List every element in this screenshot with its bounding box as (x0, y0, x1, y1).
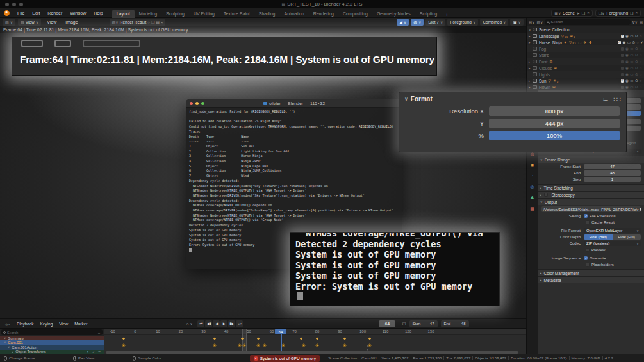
preview-checkbox[interactable] (586, 248, 590, 252)
render-disable-icon[interactable]: ⊙ (635, 79, 638, 83)
workspace-tab[interactable]: Rendering (309, 10, 338, 18)
hide-eye-icon[interactable]: ◉ (625, 53, 629, 57)
play-reverse-button[interactable]: ◀ (213, 320, 220, 327)
menu-item[interactable]: Render (44, 10, 66, 17)
channel-search-input[interactable]: Search↔ (1, 329, 103, 335)
auto-keying-button[interactable]: ○∨ (186, 322, 193, 326)
keyframe-diamond[interactable] (263, 343, 267, 347)
render-disable-icon[interactable]: ⊙ (635, 60, 638, 63)
viewport-disable-icon[interactable]: ▭ (630, 47, 633, 51)
workspace-tab[interactable]: Geometry Nodes (372, 10, 415, 18)
workspace-tab[interactable]: Shading (254, 10, 280, 18)
exclude-checkbox[interactable] (621, 86, 624, 89)
summary-keyframe[interactable] (316, 337, 318, 340)
field-value[interactable]: 100% (489, 131, 620, 140)
viewport-disable-icon[interactable]: ▭ (630, 60, 633, 63)
hide-eye-icon[interactable]: ◉ (625, 34, 629, 38)
float-full-button[interactable]: Float (Full) (613, 234, 641, 240)
frame-end-field[interactable]: 48 (584, 170, 641, 176)
summary-keyframe[interactable] (122, 337, 125, 340)
menu-item[interactable]: Edit (28, 10, 44, 17)
blender-logo-icon[interactable] (4, 10, 10, 16)
summary-keyframe[interactable] (257, 337, 260, 340)
workspace-tab[interactable]: Animation (280, 10, 309, 18)
viewport-disable-icon[interactable]: ▭ (630, 85, 633, 89)
channel-row[interactable]: ∨ Cam.001 (0, 340, 104, 345)
workspace-tab[interactable]: Layout (112, 10, 135, 18)
layer-dropdown[interactable]: Foreground∨ (447, 19, 478, 26)
keyframe-diamond[interactable] (238, 343, 242, 347)
remove-layer-icon[interactable]: × (635, 11, 638, 15)
timeline-editor-type-button[interactable]: ◷∨ (3, 322, 13, 326)
display-channels-button[interactable]: ▣∨ (510, 19, 524, 26)
field-value[interactable]: 800 px (489, 106, 620, 116)
playhead[interactable]: 64 (281, 329, 282, 354)
overlay-toggle[interactable]: ◍∨ (411, 19, 424, 26)
render-disable-icon[interactable]: ⊙ (635, 47, 638, 51)
summary-keyframe[interactable] (343, 337, 345, 340)
viewport-disable-icon[interactable]: ▭ (630, 53, 633, 57)
hide-eye-icon[interactable]: ◉ (625, 60, 629, 63)
filter-arrows-icon[interactable]: ↔ (97, 331, 101, 334)
exclude-checkbox[interactable] (621, 79, 624, 83)
play-button[interactable]: ▶ (220, 320, 227, 327)
exclude-checkbox[interactable] (621, 73, 624, 76)
scene-selector[interactable]: ▦∨Scene➤❏× (551, 10, 592, 17)
workspace-tab[interactable]: Sculpting (161, 10, 189, 18)
exclude-checkbox[interactable] (618, 41, 621, 44)
outliner-row[interactable]: ▸ Horse_Ninja ✦ ▽₈₅ ◡ ✈ ✥ ◉ ▭ ⊙ ○ ✓ (527, 39, 644, 45)
frame-step-field[interactable]: 1 (584, 177, 641, 182)
exclude-checkbox[interactable] (621, 54, 624, 57)
holdout-icon[interactable]: ○ (640, 72, 641, 76)
cache-result-checkbox[interactable] (586, 220, 590, 224)
keyframe-diamond[interactable] (343, 343, 347, 347)
current-frame-field[interactable]: 64 (379, 320, 395, 327)
time-stretching-section-header[interactable]: ▸Time Stretching (538, 184, 644, 191)
channel-toggle-icons[interactable]: ✦ ✓ ◠ (87, 350, 102, 354)
unlink-image-icon[interactable]: × (161, 21, 163, 24)
holdout-icon[interactable]: ○ (640, 79, 641, 83)
exclude-checkbox[interactable] (621, 35, 624, 38)
channel-expander-icon[interactable]: ∨ (4, 341, 6, 344)
editor-menu[interactable]: Image (62, 20, 81, 24)
viewport-disable-icon[interactable]: ▭ (630, 79, 633, 83)
slot-dropdown[interactable]: Slot 7∨ (425, 19, 445, 26)
frame-start-field[interactable]: 47 (584, 164, 641, 169)
keyframe-diamond[interactable] (213, 343, 217, 347)
field-value[interactable]: 444 px (489, 119, 620, 128)
workspace-tab[interactable]: Compositing (338, 10, 372, 18)
keyframe-diamond[interactable] (368, 343, 372, 347)
exclude-checkbox[interactable] (621, 60, 624, 63)
exclude-checkbox[interactable] (621, 47, 624, 51)
holdout-icon[interactable]: ○ (640, 47, 641, 51)
new-collection-icon[interactable]: ⊞ (640, 20, 643, 24)
holdout-icon[interactable]: ○ (637, 40, 639, 44)
holdout-icon[interactable]: ○ (640, 60, 641, 63)
terminal-window-controls[interactable] (190, 102, 204, 105)
next-keyframe-button[interactable]: ▮▶ (228, 320, 235, 327)
hide-eye-icon[interactable]: ◉ (625, 72, 629, 76)
viewport-disable-icon[interactable]: ▭ (630, 34, 633, 38)
outliner-row[interactable]: ▸ Landscape ▽₁₁ ⊞₆ ◉ ▭ ⊙ ○ (527, 33, 644, 39)
drag-dots-icon[interactable]: ∷∷ (614, 96, 621, 103)
file-extensions-checkbox[interactable] (584, 214, 588, 218)
hide-eye-icon[interactable]: ◉ (625, 79, 629, 83)
workspace-tab[interactable]: UV Editing (189, 10, 219, 18)
outliner-row[interactable]: Lights ◉ ▭ ⊙ ○ (527, 71, 644, 78)
new-image-icon[interactable]: ❏ (151, 20, 154, 24)
viewport-disable-icon[interactable]: ▭ (630, 66, 633, 70)
editor-type-button[interactable]: ▧∨ (3, 19, 15, 26)
timeline-scrollbar[interactable] (106, 351, 518, 354)
color-management-section-header[interactable]: ▸Color Management (538, 269, 644, 276)
file-format-dropdown[interactable]: OpenEXR MultiLayer (584, 228, 641, 233)
render-disable-icon[interactable]: ⊙ (632, 40, 635, 44)
summary-keyframe[interactable] (300, 337, 302, 340)
render-disable-icon[interactable]: ⊙ (635, 34, 638, 38)
keyframe-diamond[interactable] (315, 343, 319, 347)
timeline-menu[interactable]: Marker (72, 322, 90, 326)
menu-item[interactable]: Window (66, 10, 90, 17)
properties-tab[interactable]: ◎ (527, 183, 537, 191)
menu-item[interactable]: File (13, 10, 28, 17)
properties-tab[interactable]: ✱ (527, 193, 537, 202)
open-image-icon[interactable]: ▤ (156, 20, 160, 24)
